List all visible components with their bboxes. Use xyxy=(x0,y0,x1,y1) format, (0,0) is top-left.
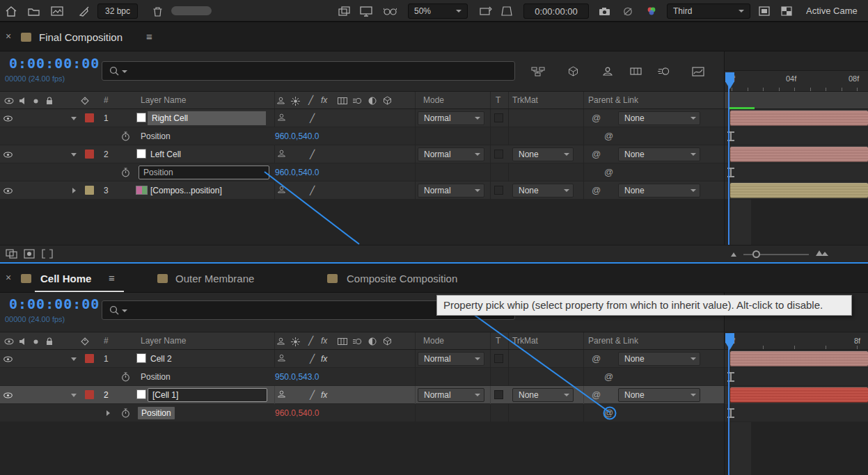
time-ruler[interactable]: 0f 04f 08f xyxy=(724,51,868,91)
draft-3d-icon[interactable] xyxy=(564,51,582,91)
quality-icon[interactable]: ╱ xyxy=(310,145,315,163)
bit-depth-button[interactable]: 32 bpc xyxy=(97,3,138,19)
value-x[interactable]: 950.0 xyxy=(275,372,296,382)
twirl-icon[interactable] xyxy=(71,394,77,397)
label-color-chip[interactable] xyxy=(85,390,94,399)
parent-select[interactable]: None xyxy=(618,352,700,366)
toggle-transfer-controls-icon[interactable] xyxy=(21,248,38,260)
panel-menu-icon[interactable]: ≡ xyxy=(109,272,115,284)
lock-column-icon[interactable] xyxy=(46,337,53,346)
twirl-icon[interactable] xyxy=(71,153,77,156)
trash-icon[interactable] xyxy=(149,3,166,19)
layer-row[interactable]: 3 [Compos...position] ╱ Normal None @ No… xyxy=(0,182,868,200)
current-timecode[interactable]: 0:00:00:00 xyxy=(9,55,100,72)
safe-guides-icon[interactable] xyxy=(498,3,515,19)
lock-column-icon[interactable] xyxy=(46,97,53,105)
close-icon[interactable]: × xyxy=(6,273,11,282)
eye-icon[interactable] xyxy=(3,356,13,362)
solo-column-icon[interactable] xyxy=(33,339,38,344)
eye-icon[interactable] xyxy=(3,188,13,194)
audio-column-icon[interactable] xyxy=(19,97,26,104)
motion-blur-column-icon[interactable] xyxy=(353,97,362,104)
label-column-icon[interactable] xyxy=(81,97,89,105)
playhead-line[interactable] xyxy=(728,333,729,475)
mode-select[interactable]: Normal xyxy=(418,388,484,402)
toggle-switches-pane-icon[interactable] xyxy=(3,248,19,260)
layer-name[interactable]: [Compos...position] xyxy=(150,182,222,200)
device-preview-icon[interactable] xyxy=(478,3,494,19)
column-layer-name[interactable]: Layer Name xyxy=(141,332,186,349)
layer-duration-bar[interactable] xyxy=(730,147,868,162)
shy-column-icon[interactable] xyxy=(276,337,285,345)
column-t[interactable]: T xyxy=(496,332,500,349)
property-name[interactable]: Position xyxy=(141,127,171,145)
column-number[interactable]: # xyxy=(104,332,109,349)
parent-pickwhip-icon[interactable]: @ xyxy=(592,350,601,368)
magnification-select[interactable]: 50% xyxy=(408,3,468,19)
zoom-slider-knob[interactable] xyxy=(752,250,760,258)
playhead-line[interactable] xyxy=(728,72,729,245)
tab-outer-membrane[interactable]: Outer Membrane xyxy=(175,273,254,284)
shy-icon[interactable] xyxy=(277,354,286,362)
fx-column-icon[interactable]: fx xyxy=(321,332,327,349)
layer-name[interactable]: Left Cell xyxy=(150,145,181,163)
parent-select[interactable]: None xyxy=(618,184,700,198)
stopwatch-icon[interactable] xyxy=(121,408,130,418)
trkmat-select[interactable]: None xyxy=(512,147,574,161)
column-parent-link[interactable]: Parent & Link xyxy=(588,92,638,108)
label-color-chip[interactable] xyxy=(85,354,94,363)
preserve-transparency-checkbox[interactable] xyxy=(494,354,503,363)
eye-column-icon[interactable] xyxy=(4,97,14,104)
timeline-track[interactable] xyxy=(724,127,868,145)
fx-badge[interactable]: fx xyxy=(321,386,327,404)
value-y[interactable]: 540.0 xyxy=(298,408,319,418)
property-pickwhip-icon[interactable]: @ xyxy=(604,368,613,386)
frame-blend-column-icon[interactable] xyxy=(338,338,347,345)
twirl-icon[interactable] xyxy=(106,410,110,416)
graph-editor-icon[interactable] xyxy=(689,51,707,91)
mode-select[interactable]: Normal xyxy=(418,111,484,125)
label-column-icon[interactable] xyxy=(81,337,89,346)
layer-row-selected[interactable]: 2 [Cell 1] ╱ fx Normal None @ None xyxy=(0,386,868,404)
value-x[interactable]: 960.0 xyxy=(275,408,296,418)
layer-name[interactable]: Right Cell xyxy=(148,111,266,125)
workspace-panels-icon[interactable] xyxy=(336,3,352,19)
column-layer-name[interactable]: Layer Name xyxy=(141,92,186,108)
mask-tool-icon[interactable] xyxy=(75,3,92,19)
column-mode[interactable]: Mode xyxy=(423,92,444,108)
transparency-grid-icon[interactable] xyxy=(778,3,795,19)
playhead-handle[interactable] xyxy=(725,333,734,350)
work-area-bar[interactable] xyxy=(724,92,868,108)
team-glasses-icon[interactable] xyxy=(381,3,398,19)
motion-blur-icon[interactable] xyxy=(654,51,672,91)
zoom-out-icon[interactable] xyxy=(731,252,736,257)
property-row-renaming[interactable]: Position 960.0,540.0 @ xyxy=(0,163,868,182)
parent-pickwhip-icon[interactable]: @ xyxy=(592,145,601,163)
property-pickwhip-icon[interactable]: @ xyxy=(604,127,613,145)
adjustment-column-icon[interactable] xyxy=(368,337,377,346)
quality-column-icon[interactable]: ╱ xyxy=(308,92,313,108)
layer-duration-bar[interactable] xyxy=(730,387,868,403)
collapse-column-icon[interactable] xyxy=(291,97,300,106)
value-y[interactable]: 540.0 xyxy=(298,131,319,141)
motion-blur-column-icon[interactable] xyxy=(353,338,362,345)
preserve-transparency-checkbox[interactable] xyxy=(494,186,503,195)
view-layout-select[interactable]: Third xyxy=(667,3,750,19)
panel-menu-icon[interactable]: ≡ xyxy=(146,31,152,42)
frame-blend-icon[interactable] xyxy=(626,51,645,91)
shy-icon[interactable] xyxy=(277,113,286,121)
folder-icon[interactable] xyxy=(25,3,42,19)
timeline-track[interactable] xyxy=(724,163,868,182)
twirl-icon[interactable] xyxy=(72,188,76,193)
mode-select[interactable]: Normal xyxy=(418,147,484,161)
stopwatch-icon[interactable] xyxy=(121,168,130,177)
adjustment-column-icon[interactable] xyxy=(368,97,377,105)
zoom-in-icon[interactable] xyxy=(821,252,828,256)
timeline-track[interactable] xyxy=(724,145,868,163)
mode-select[interactable]: Normal xyxy=(418,184,484,198)
preserve-transparency-checkbox[interactable] xyxy=(494,390,503,399)
value-x[interactable]: 960.0 xyxy=(275,168,296,177)
frame-blend-column-icon[interactable] xyxy=(338,97,347,104)
layer-search-input[interactable] xyxy=(102,61,515,81)
stopwatch-icon[interactable] xyxy=(121,372,130,382)
